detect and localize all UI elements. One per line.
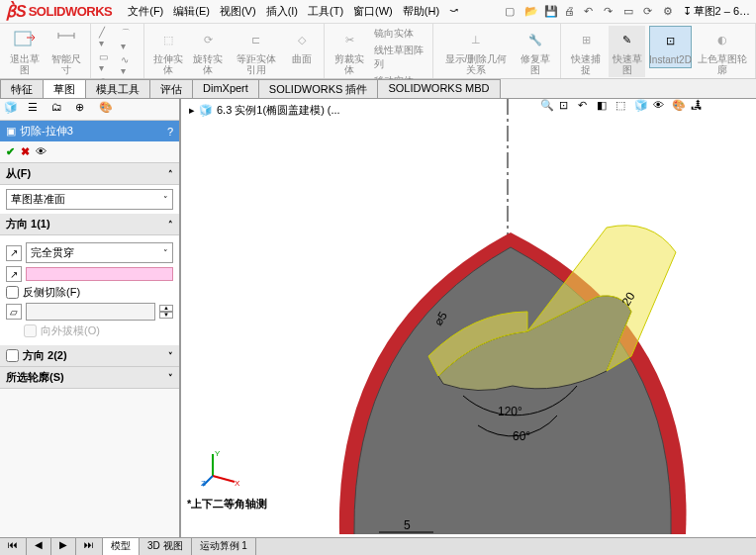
view-name-label: *上下二等角轴测 xyxy=(187,497,267,511)
spline-tool[interactable]: ∿ ▾ xyxy=(119,53,138,77)
flip-cut-checkbox[interactable] xyxy=(6,286,19,299)
command-tabbar: 特征 草图 模具工具 评估 DimXpert SOLIDWORKS 插件 SOL… xyxy=(0,79,756,99)
menubar: 文件(F) 编辑(E) 视图(V) 插入(I) 工具(T) 窗口(W) 帮助(H… xyxy=(124,2,462,21)
dir1-section-header[interactable]: 方向 1(1) ˄ xyxy=(0,214,179,235)
tab-mbd[interactable]: SOLIDWORKS MBD xyxy=(377,79,500,98)
ribbon: 退出草图 智能尺寸 ╱ ▾ ▭ ▾ ⊙ ▾ ⌒ ▾ ∿ ▾ · ⬚ 拉伸实体 ⟳… xyxy=(0,24,756,79)
arc-tool[interactable]: ⌒ ▾ xyxy=(119,26,138,52)
cut-extrude-icon: ▣ xyxy=(6,125,16,138)
direction-reference-field[interactable] xyxy=(26,267,173,281)
offset-button[interactable]: ⊏ 等距实体引用 xyxy=(230,26,282,77)
tab-nav-next[interactable]: ▶ xyxy=(51,538,76,555)
quick-snap-button[interactable]: ⊞ 快速捕捉 xyxy=(567,26,605,77)
chevron-up-icon: ˄ xyxy=(168,220,173,230)
exit-sketch-button[interactable]: 退出草图 xyxy=(6,26,44,77)
solidworks-icon: β̀S xyxy=(6,2,27,21)
graphics-viewport[interactable]: ▸ 🧊 6.3 实例1(椭圆盖建模) (... 🔍 ⊡ ↶ ◧ ⬚ 🧊 👁 🎨 … xyxy=(181,99,756,537)
redo-icon[interactable]: ↷ xyxy=(604,5,617,19)
open-icon[interactable]: 📂 xyxy=(524,5,538,19)
select-icon[interactable]: ▭ xyxy=(623,5,637,19)
tab-mold[interactable]: 模具工具 xyxy=(85,79,150,98)
boss-extrude-button[interactable]: ⬚ 拉伸实体 xyxy=(150,26,186,77)
undo-icon[interactable]: ↶ xyxy=(584,5,598,19)
tab-model[interactable]: 模型 xyxy=(103,538,140,555)
save-icon[interactable]: 💾 xyxy=(544,5,558,19)
main-area: 🧊 ☰ 🗂 ⊕ 🎨 ▣ 切除-拉伸3 ? ✔ ✖ 👁 从(F) ˄ 草图基准面 … xyxy=(0,99,756,537)
tab-sketch[interactable]: 草图 xyxy=(43,79,86,98)
rect-tool[interactable]: ▭ ▾ xyxy=(97,50,115,74)
new-icon[interactable]: ▢ xyxy=(505,5,519,19)
tab-nav-last[interactable]: ⏭ xyxy=(76,538,103,555)
dimxpert-tab-icon[interactable]: ⊕ xyxy=(75,101,93,119)
rebuild-icon[interactable]: ⟳ xyxy=(643,5,657,19)
draft-spinner[interactable]: ▲▼ xyxy=(159,305,173,319)
feature-title-bar: ▣ 切除-拉伸3 ? xyxy=(0,121,179,141)
tab-evaluate[interactable]: 评估 xyxy=(149,79,193,98)
draft-button[interactable]: ▱ xyxy=(6,304,22,320)
pattern-tool[interactable]: 线性草图阵列 xyxy=(372,43,426,72)
app-logo: β̀S SOLIDWORKS xyxy=(6,2,112,21)
menu-tools[interactable]: 工具(T) xyxy=(304,2,347,21)
menu-window[interactable]: 窗口(W) xyxy=(349,2,397,21)
surface-button[interactable]: ◇ 曲面 xyxy=(286,26,318,66)
preview-button[interactable]: 👁 xyxy=(36,145,47,158)
menu-edit[interactable]: 编辑(E) xyxy=(169,2,214,21)
panel-tabs: 🧊 ☰ 🗂 ⊕ 🎨 xyxy=(0,99,179,121)
repair-sketch-button[interactable]: 🔧 修复草图 xyxy=(517,26,554,77)
revolve-button[interactable]: ⟳ 旋转实体 xyxy=(190,26,226,77)
instant2d-button[interactable]: ⊡ Instant2D xyxy=(649,26,691,68)
help-icon[interactable]: ? xyxy=(167,126,173,138)
tab-feature[interactable]: 特征 xyxy=(0,79,44,98)
tab-nav-prev[interactable]: ◀ xyxy=(27,538,51,555)
quick-sketch-button[interactable]: ✎ 快速草图 xyxy=(609,26,646,77)
mirror-tool[interactable]: 镜向实体 xyxy=(372,26,426,42)
tab-3dview[interactable]: 3D 视图 xyxy=(140,538,192,555)
direction-vector-button[interactable]: ↗ xyxy=(6,266,22,282)
cancel-button[interactable]: ✖ xyxy=(21,145,30,158)
trim-button[interactable]: ✂ 剪裁实体 xyxy=(331,26,368,77)
dim-60: 60° xyxy=(513,429,530,443)
dir2-checkbox[interactable] xyxy=(6,349,19,362)
sketch-scale-dropdown[interactable]: ↧ 草图2 – 6… xyxy=(683,4,750,19)
dim-120: 120° xyxy=(498,405,522,418)
chevron-down-icon: ˅ xyxy=(163,248,168,258)
line-tool[interactable]: ╱ ▾ xyxy=(97,26,115,49)
options-icon[interactable]: ⚙ xyxy=(663,5,677,19)
smart-dimension-button[interactable]: 智能尺寸 xyxy=(47,26,85,77)
menu-file[interactable]: 文件(F) xyxy=(124,2,167,21)
from-section-header[interactable]: 从(F) ˄ xyxy=(0,163,179,185)
tab-nav-first[interactable]: ⏮ xyxy=(0,538,27,555)
tab-motion[interactable]: 运动算例 1 xyxy=(192,538,256,555)
display-tab-icon[interactable]: 🎨 xyxy=(99,101,117,119)
print-icon[interactable]: 🖨 xyxy=(564,5,578,19)
model-render: 60° 120° 20 ⌀5 5 xyxy=(181,99,755,534)
orientation-triad[interactable]: Y X Z xyxy=(201,448,240,488)
svg-rect-0 xyxy=(15,32,31,46)
menu-view[interactable]: 视图(V) xyxy=(216,2,260,21)
property-icon[interactable]: ☰ xyxy=(28,101,46,119)
shaded-contour-button[interactable]: ◐ 上色草图轮廓 xyxy=(696,26,749,77)
chevron-down-icon: ˅ xyxy=(168,351,173,361)
draft-angle-field[interactable] xyxy=(26,303,155,321)
quick-access-toolbar: ▢ 📂 💾 🖨 ↶ ↷ ▭ ⟳ ⚙ ↧ 草图2 – 6… xyxy=(505,4,750,19)
end-condition-select[interactable]: 完全贯穿 ˅ xyxy=(26,242,173,263)
chevron-down-icon: ˅ xyxy=(163,195,168,205)
ok-button[interactable]: ✔ xyxy=(6,145,15,158)
contours-section-header[interactable]: 所选轮廓(S) ˅ xyxy=(0,367,179,389)
feature-tree-icon[interactable]: 🧊 xyxy=(4,101,22,119)
display-relations-button[interactable]: ⊥ 显示/删除几何关系 xyxy=(439,26,513,77)
dir2-section-header[interactable]: 方向 2(2) ˅ xyxy=(0,345,179,367)
menu-help[interactable]: 帮助(H) xyxy=(399,2,443,21)
document-tabs: ⏮ ◀ ▶ ⏭ 模型 3D 视图 运动算例 1 xyxy=(0,537,756,555)
reverse-direction-button[interactable]: ↗ xyxy=(6,245,22,261)
tab-addins[interactable]: SOLIDWORKS 插件 xyxy=(258,79,379,98)
svg-text:Z: Z xyxy=(201,479,206,488)
svg-line-5 xyxy=(213,476,235,482)
svg-text:Y: Y xyxy=(215,449,221,458)
config-icon[interactable]: 🗂 xyxy=(51,101,69,119)
chevron-up-icon: ˄ xyxy=(168,169,173,179)
menu-overflow[interactable]: ⤻ xyxy=(445,2,462,21)
menu-insert[interactable]: 插入(I) xyxy=(262,2,302,21)
tab-dimxpert[interactable]: DimXpert xyxy=(192,79,259,98)
from-select[interactable]: 草图基准面 ˅ xyxy=(6,189,173,210)
